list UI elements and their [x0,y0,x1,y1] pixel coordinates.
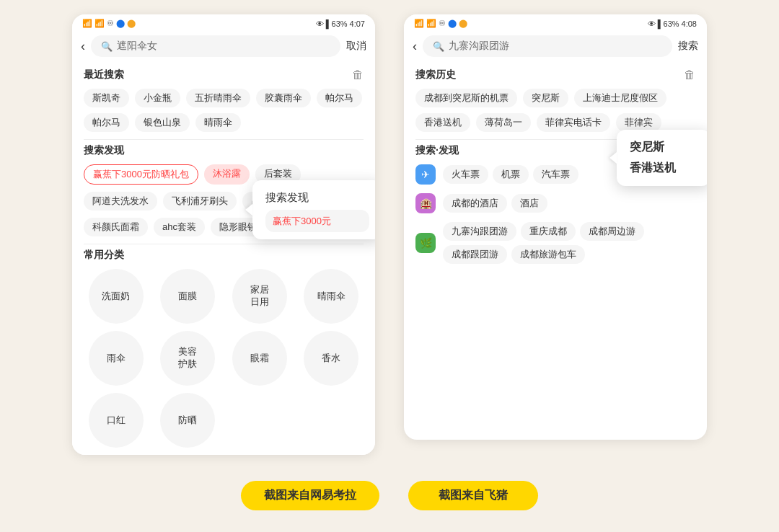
search-button[interactable]: 搜索 [678,40,698,53]
tag-赢蕉下[interactable]: 赢蕉下3000元防晒礼包 [84,164,198,185]
tag-阿道夫洗发水[interactable]: 阿道夫洗发水 [84,192,157,210]
status-right: 👁 ▌63% 👁 📱 63% 4:07 4:07 [316,19,365,28]
phones-row: 📶 📶 ♾ ⬤ ⬤ 👁 ▌63% 👁 📱 63% 4:07 4:07 ‹ 🔍 [72,14,707,468]
category-防晒[interactable]: 防晒 [160,393,215,448]
tag-机票[interactable]: 机票 [493,165,529,184]
status-bar-right: 📶 📶 ♾ ⬤ ⬤ 👁 ▌63% 4:08 [404,14,707,31]
app-r1-icon: ⬤ [448,19,457,28]
recent-title: 最近搜索 [84,68,124,81]
discover-item-3: 🌿 九寨沟跟团游 重庆成都 成都周边游 成都跟团游 成都旅游包车 [415,222,695,264]
tag-科颜氏面霜[interactable]: 科颜氏面霜 [84,218,148,236]
tooltip-left: 搜索发现 赢蕉下3000元 [252,180,375,239]
eye-icon: 👁 [316,19,324,28]
discover-icon-1: ✈ [415,164,436,185]
search-input-box-right[interactable]: 🔍 九寨沟跟团游 [423,35,672,57]
status-left: 📶 📶 ♾ ⬤ ⬤ [82,19,136,28]
category-眼霜[interactable]: 眼霜 [232,331,287,386]
tag-飞利浦牙刷头[interactable]: 飞利浦牙刷头 [163,192,237,210]
discover-section-header: 搜索发现 [84,144,364,157]
battery-icon: ▌63% [326,19,348,28]
discover-tags-1: 火车票 机票 汽车票 [443,165,578,184]
category-section-header: 常用分类 [84,249,364,262]
wifi-icon: ♾ [107,19,114,28]
category-口红[interactable]: 口红 [89,393,144,448]
discover-icon-3: 🌿 [415,233,436,253]
divider2 [84,244,364,244]
discover-title-right: 搜索·发现 [415,144,459,157]
tag-菲律宾电话卡[interactable]: 菲律宾电话卡 [537,113,610,132]
tag-九寨沟跟团游[interactable]: 九寨沟跟团游 [443,222,516,241]
labels-row: 截图来自网易考拉 截图来自飞猪 [29,481,750,510]
source-label-left: 截图来自网易考拉 [241,481,379,510]
recent-tags: 斯凯奇 小金瓶 五折晴雨伞 胶囊雨伞 帕尔马 帕尔马 银色山泉 晴雨伞 [84,89,364,132]
tag-成都旅游包车[interactable]: 成都旅游包车 [511,245,585,264]
tag-ahc套装[interactable]: ahc套装 [154,218,205,236]
tag-成都到突尼斯[interactable]: 成都到突尼斯的机票 [415,89,517,107]
category-面膜[interactable]: 面膜 [160,269,215,324]
tag-成都周边游[interactable]: 成都周边游 [580,222,644,241]
tag-上海迪士尼[interactable]: 上海迪士尼度假区 [574,89,666,107]
left-content: 最近搜索 🗑 斯凯奇 小金瓶 五折晴雨伞 胶囊雨伞 帕尔马 帕尔马 银色山泉 晴… [72,61,375,455]
tag-成都的酒店[interactable]: 成都的酒店 [443,194,507,213]
app-r2-icon: ⬤ [459,19,467,28]
divider1 [84,139,364,140]
tag-帕尔马2[interactable]: 帕尔马 [84,113,129,132]
tooltip-right: 突尼斯 香港送机 [617,130,707,186]
tag-成都跟团游[interactable]: 成都跟团游 [443,245,507,264]
tag-重庆成都[interactable]: 重庆成都 [521,222,576,241]
category-洗面奶[interactable]: 洗面奶 [89,269,144,324]
signal-icon: 📶 [82,19,92,28]
recent-section-header: 最近搜索 🗑 [84,68,364,81]
category-家居日用[interactable]: 家居日用 [232,269,287,324]
discover-tags-2: 成都的酒店 酒店 [443,194,547,213]
tag-沐浴露[interactable]: 沐浴露 [204,164,250,185]
search-icon-left: 🔍 [101,41,113,52]
tag-薄荷岛[interactable]: 薄荷岛一 [476,113,531,132]
source-label-right: 截图来自飞猪 [408,481,538,510]
category-香水[interactable]: 香水 [304,331,358,386]
time-display: 4:07 [350,19,365,28]
category-美容护肤[interactable]: 美容护肤 [160,331,215,386]
tag-火车票[interactable]: 火车票 [443,165,488,184]
tooltip-right-line2: 香港送机 [630,158,697,179]
tooltip-left-line1: 搜索发现 [265,187,369,207]
cancel-button[interactable]: 取消 [346,40,366,53]
tag-突尼斯[interactable]: 突尼斯 [523,89,568,107]
search-icon-right: 🔍 [433,41,444,52]
category-雨伞[interactable]: 雨伞 [89,331,144,386]
signal2-icon: 📶 [94,19,105,28]
tag-晴雨伞[interactable]: 晴雨伞 [195,113,241,132]
eye-r-icon: 👁 [648,19,656,28]
history-section-header: 搜索历史 🗑 [415,68,695,81]
search-text-left: 遮阳伞女 [117,40,157,53]
history-title: 搜索历史 [415,68,456,81]
tag-小金瓶[interactable]: 小金瓶 [135,89,180,107]
category-晴雨伞[interactable]: 晴雨伞 [304,269,358,324]
tag-五折晴雨伞[interactable]: 五折晴雨伞 [186,89,250,107]
tag-银色山泉[interactable]: 银色山泉 [135,113,190,132]
app1-icon: ⬤ [116,19,125,28]
tag-斯凯奇[interactable]: 斯凯奇 [84,89,129,107]
category-grid: 洗面奶 面膜 家居日用 晴雨伞 雨伞 美容护肤 眼霜 香水 口红 防晒 [84,269,364,448]
back-button-left[interactable]: ‹ [81,39,85,54]
category-title: 常用分类 [84,249,124,262]
trash-icon-right[interactable]: 🗑 [684,68,695,81]
tag-香港送机[interactable]: 香港送机 [415,113,470,132]
tag-汽车票[interactable]: 汽车票 [533,165,578,184]
back-button-right[interactable]: ‹ [413,39,417,54]
status-right-left: 📶 📶 ♾ ⬤ ⬤ [414,19,467,28]
right-phone: 📶 📶 ♾ ⬤ ⬤ 👁 ▌63% 4:08 ‹ 🔍 九寨沟跟团游 [404,14,707,440]
discover-icon-2: 🏨 [415,193,436,213]
search-input-box-left[interactable]: 🔍 遮阳伞女 [91,35,340,57]
left-phone: 📶 📶 ♾ ⬤ ⬤ 👁 ▌63% 👁 📱 63% 4:07 4:07 ‹ 🔍 [72,14,375,455]
search-text-right: 九寨沟跟团游 [449,40,509,53]
signal-r2-icon: 📶 [426,19,436,28]
search-bar-right: ‹ 🔍 九寨沟跟团游 搜索 [404,31,707,61]
app2-icon: ⬤ [127,19,136,28]
trash-icon-left[interactable]: 🗑 [352,68,364,81]
tag-帕尔马1[interactable]: 帕尔马 [317,89,362,107]
tag-胶囊雨伞[interactable]: 胶囊雨伞 [256,89,311,107]
tag-酒店[interactable]: 酒店 [511,194,547,213]
status-right-right: 👁 ▌63% 4:08 [648,19,697,28]
page-wrapper: 📶 📶 ♾ ⬤ ⬤ 👁 ▌63% 👁 📱 63% 4:07 4:07 ‹ 🔍 [0,0,779,532]
